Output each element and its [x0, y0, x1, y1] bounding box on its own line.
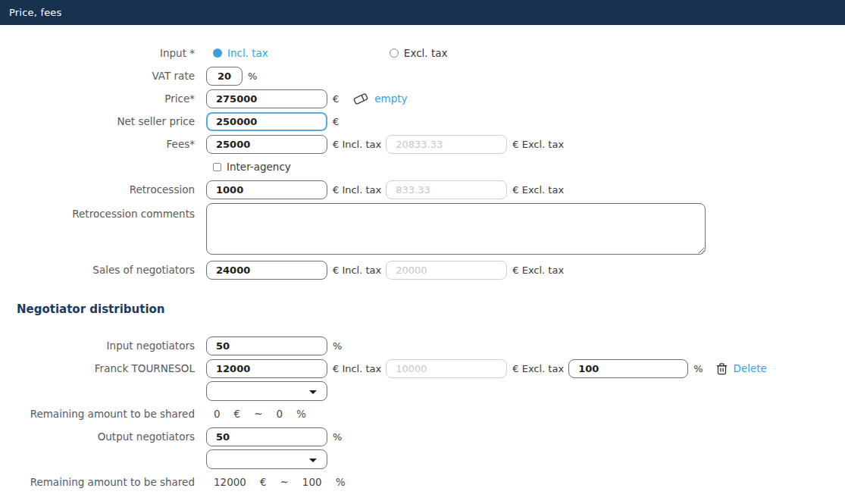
price-row: Price* € empty — [0, 87, 845, 110]
percent-unit: % — [336, 476, 346, 488]
tax-mode-label: Input * — [0, 47, 206, 59]
remaining-output-row: Remaining amount to be shared 12000 € ~ … — [0, 471, 845, 493]
sales-excl-input[interactable] — [386, 261, 507, 280]
fees-label: Fees* — [0, 138, 206, 150]
euro-unit: € — [234, 408, 241, 420]
negotiator-name-label: Franck TOURNESOL — [0, 362, 206, 374]
radio-dot-icon — [213, 49, 222, 58]
euro-incl-unit: € Incl. tax — [333, 184, 381, 196]
output-negotiators-row: Output negotiators % — [0, 425, 845, 448]
page-title: Price, fees — [9, 7, 62, 18]
percent-unit: % — [296, 408, 306, 420]
retrocession-comments-label: Retrocession comments — [0, 203, 206, 220]
percent-unit: % — [248, 70, 257, 82]
euro-excl-unit: € Excl. tax — [512, 184, 564, 196]
retrocession-comments-row: Retrocession comments — [0, 203, 845, 255]
input-negotiators-input[interactable] — [206, 337, 327, 355]
empty-link[interactable]: empty — [374, 92, 407, 105]
net-seller-price-label: Net seller price — [0, 115, 206, 127]
negotiator-percent-input[interactable] — [568, 359, 688, 378]
euro-unit: € — [333, 116, 339, 127]
remaining-output-percent: 100 — [302, 476, 322, 488]
price-fees-page: Price, fees Input * Incl. tax Excl. tax … — [0, 0, 845, 504]
excl-tax-radio-label: Excl. tax — [404, 47, 448, 59]
vat-rate-input[interactable] — [206, 67, 243, 86]
negotiator-excl-input[interactable] — [386, 359, 507, 378]
chevron-down-icon — [309, 390, 317, 394]
sales-incl-input[interactable] — [206, 261, 327, 280]
trash-icon[interactable] — [716, 362, 728, 375]
fees-row: Fees* € Incl. tax € Excl. tax — [0, 133, 845, 155]
percent-unit: % — [333, 340, 342, 352]
remaining-input-row: Remaining amount to be shared 0 € ~ 0 % — [0, 402, 845, 425]
output-negotiator-select[interactable] — [206, 449, 327, 469]
remaining-input-amount: 0 — [214, 408, 221, 420]
output-negotiators-input[interactable] — [206, 427, 327, 446]
fees-excl-input[interactable] — [386, 135, 507, 154]
radio-dot-icon — [390, 49, 399, 58]
percent-unit: % — [693, 363, 703, 374]
euro-excl-unit: € Excl. tax — [512, 139, 564, 150]
tilde-symbol: ~ — [280, 476, 289, 488]
input-negotiator-select-row — [0, 380, 845, 402]
tilde-symbol: ~ — [254, 408, 262, 420]
price-input[interactable] — [206, 89, 327, 108]
negotiator-row: Franck TOURNESOL € Incl. tax € Excl. tax… — [0, 357, 845, 380]
net-seller-price-row: Net seller price € — [0, 110, 845, 133]
output-negotiator-select-row — [0, 448, 845, 471]
negotiator-incl-input[interactable] — [206, 359, 327, 378]
inter-agency-checkbox[interactable]: Inter-agency — [206, 161, 291, 173]
remaining-output-amount: 12000 — [214, 476, 246, 488]
retrocession-incl-input[interactable] — [206, 180, 327, 199]
vat-rate-label: VAT rate — [0, 70, 206, 82]
checkbox-icon — [213, 163, 221, 171]
form-content: Input * Incl. tax Excl. tax VAT rate % — [0, 25, 845, 493]
percent-unit: % — [333, 431, 342, 443]
output-negotiators-label: Output negotiators — [0, 430, 206, 443]
vat-rate-row: VAT rate % — [0, 64, 845, 87]
sales-of-negotiators-label: Sales of negotiators — [0, 264, 206, 276]
input-negotiators-label: Input negotiators — [0, 340, 206, 352]
inter-agency-label: Inter-agency — [227, 161, 291, 173]
net-seller-price-input[interactable] — [206, 112, 327, 131]
excl-tax-radio[interactable]: Excl. tax — [390, 47, 448, 59]
euro-incl-unit: € Incl. tax — [333, 139, 381, 150]
euro-unit: € — [260, 476, 267, 488]
eraser-icon[interactable] — [352, 92, 369, 106]
page-header: Price, fees — [0, 0, 845, 25]
remaining-input-percent: 0 — [277, 408, 283, 420]
input-negotiator-select[interactable] — [206, 381, 327, 401]
fees-incl-input[interactable] — [206, 135, 327, 154]
remaining-input-label: Remaining amount to be shared — [0, 408, 206, 420]
retrocession-excl-input[interactable] — [386, 180, 507, 199]
euro-incl-unit: € Incl. tax — [333, 363, 381, 374]
delete-link[interactable]: Delete — [734, 362, 767, 374]
retrocession-label: Retrocession — [0, 183, 206, 196]
retrocession-row: Retrocession € Incl. tax € Excl. tax — [0, 178, 845, 201]
inter-agency-row: Inter-agency — [0, 155, 845, 178]
retrocession-comments-textarea[interactable] — [206, 203, 706, 255]
euro-excl-unit: € Excl. tax — [512, 265, 564, 276]
remaining-output-label: Remaining amount to be shared — [0, 476, 206, 488]
euro-excl-unit: € Excl. tax — [512, 363, 564, 374]
tax-mode-row: Input * Incl. tax Excl. tax — [0, 42, 845, 64]
euro-incl-unit: € Incl. tax — [333, 265, 381, 276]
euro-unit: € — [333, 93, 339, 105]
price-label: Price* — [0, 92, 206, 105]
chevron-down-icon — [309, 459, 317, 462]
incl-tax-radio[interactable]: Incl. tax — [213, 47, 268, 59]
sales-of-negotiators-row: Sales of negotiators € Incl. tax € Excl.… — [0, 258, 845, 281]
incl-tax-radio-label: Incl. tax — [227, 47, 268, 59]
input-negotiators-row: Input negotiators % — [0, 334, 845, 357]
negotiator-distribution-heading: Negotiator distribution — [17, 302, 845, 316]
